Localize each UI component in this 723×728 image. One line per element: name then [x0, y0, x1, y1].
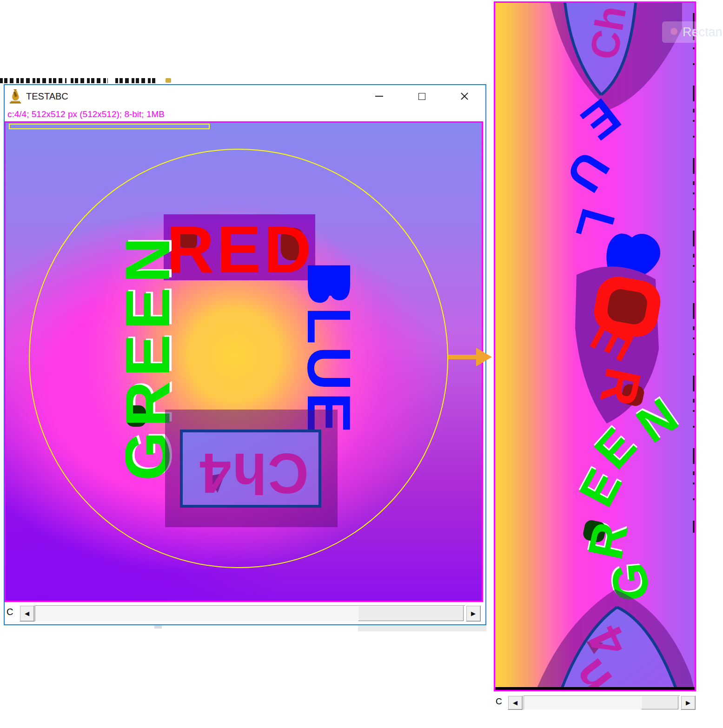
channel-scroll-left-button[interactable]: ◀ — [20, 605, 34, 622]
faint-tooltip-text: Rectang — [683, 25, 723, 40]
background-window-edge — [154, 625, 162, 629]
channel-scroll-left-button[interactable]: ◀ — [508, 695, 523, 710]
close-button[interactable] — [451, 85, 478, 107]
image-canvas[interactable]: RED GREEN GREEN B LUE Ch4 — [6, 123, 482, 601]
ch4-label-group: Ch4 — [199, 442, 309, 505]
window-titlebar[interactable]: TESTABC — [5, 85, 485, 107]
maximize-icon — [418, 93, 425, 100]
polar-panel-frame: Ch E U L E R NN — [494, 1, 696, 691]
channel-scrollbar-track[interactable] — [524, 695, 680, 710]
channel-scroll-right-button[interactable]: ▶ — [681, 695, 696, 710]
polar-ch-label: Ch — [581, 3, 634, 63]
polar-canvas[interactable]: Ch E U L E R NN — [495, 3, 695, 690]
imagej-microscope-icon — [9, 89, 21, 104]
background-clipped-text — [0, 78, 66, 83]
background-clipped-text — [115, 78, 155, 83]
close-icon — [460, 92, 469, 100]
channel-label: C — [7, 607, 13, 617]
background-clipped-icon — [166, 78, 171, 83]
red-label: RED — [166, 212, 314, 286]
ch4-label: Ch4 — [199, 442, 309, 505]
panel-bottom-line — [495, 687, 695, 690]
image-info-line: c:4/4; 512x512 px (512x512); 8-bit; 1MB — [7, 107, 165, 121]
gradient-center-glow — [6, 123, 482, 601]
channel-label: C — [496, 696, 502, 707]
minimize-icon — [375, 96, 383, 97]
channel-scrollbar-thumb[interactable] — [358, 606, 464, 621]
image-window: TESTABC c:4/4; 512x512 px (512x512); 8-b… — [4, 84, 486, 625]
transform-arrow-icon — [445, 347, 494, 367]
background-clipped-text — [71, 78, 108, 83]
maximize-button[interactable] — [408, 85, 436, 107]
channel-scroll-right-button[interactable]: ▶ — [466, 605, 481, 622]
blue-b: B — [295, 261, 363, 305]
minimize-button[interactable] — [365, 85, 393, 107]
channel-scrollbar-track[interactable] — [35, 605, 465, 622]
image-canvas-frame: RED GREEN GREEN B LUE Ch4 — [4, 121, 483, 602]
blue-label-group: B LUE — [295, 261, 363, 435]
faint-dot-icon — [670, 28, 677, 35]
window-title: TESTABC — [26, 85, 68, 107]
faint-tooltip-overlay: Rectang — [662, 21, 723, 43]
background-window-edge — [358, 625, 486, 631]
channel-scrollbar-thumb[interactable] — [641, 696, 678, 709]
